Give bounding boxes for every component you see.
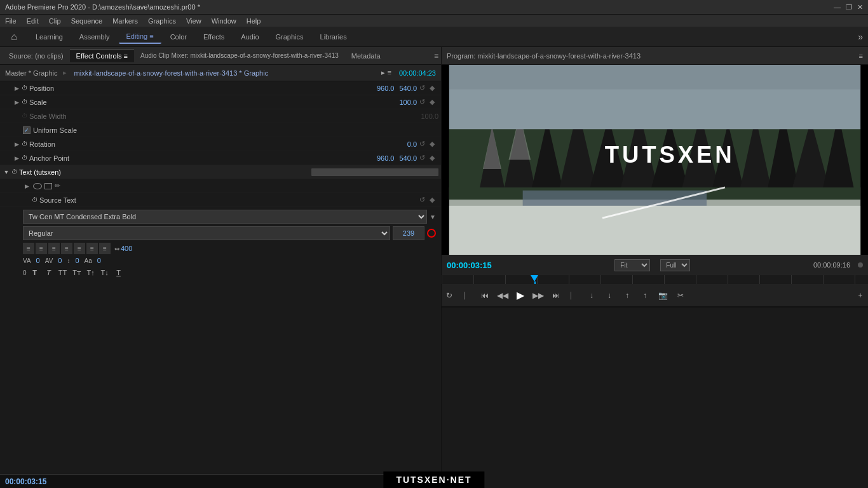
tab-libraries[interactable]: Libraries <box>313 30 355 43</box>
scale-reset[interactable]: ↺ <box>419 98 428 107</box>
align-option6[interactable]: ≡ <box>86 243 98 254</box>
close-button[interactable]: ✕ <box>857 3 863 11</box>
home-button[interactable]: ⌂ <box>5 28 23 46</box>
va-value[interactable]: 0 <box>36 257 40 264</box>
tab-assembly[interactable]: Assembly <box>72 30 118 43</box>
tab-audio-clip-mixer[interactable]: Audio Clip Mixer: mixkit-landscape-of-a-… <box>134 50 345 62</box>
tab-color[interactable]: Color <box>163 30 194 43</box>
anchor-keyframe[interactable]: ◆ <box>430 154 438 163</box>
underline-button[interactable]: T <box>113 267 125 278</box>
trim-monitor-button[interactable]: ✂ <box>673 288 688 303</box>
source-text-keyframe[interactable]: ◆ <box>430 196 438 205</box>
menu-sequence[interactable]: Sequence <box>71 17 103 25</box>
menu-help[interactable]: Help <box>247 17 261 25</box>
workspace-more[interactable]: » <box>858 32 863 42</box>
minimize-button[interactable]: — <box>834 3 841 11</box>
rotation-stopwatch[interactable]: ⏱ <box>22 140 28 147</box>
add-button[interactable]: + <box>853 288 868 303</box>
rotation-keyframe[interactable]: ◆ <box>430 140 438 149</box>
quality-selector[interactable]: Full 1/2 1/4 <box>660 259 690 271</box>
font-selector[interactable]: Tw Cen MT Condensed Extra Bold <box>23 210 427 224</box>
maximize-button[interactable]: ❐ <box>846 3 852 11</box>
scale-toggle[interactable]: ▶ <box>13 98 20 106</box>
scale-value[interactable]: 100.0 <box>391 98 417 106</box>
overwrite-button[interactable]: ↓ <box>602 288 617 303</box>
anchor-toggle[interactable]: ▶ <box>13 154 20 162</box>
play-button[interactable]: ▶ <box>513 288 528 303</box>
baseline-value2[interactable]: 0 <box>23 269 27 276</box>
loop-button[interactable]: ↻ <box>442 288 457 303</box>
baseline-value[interactable]: 0 <box>75 257 79 264</box>
source-text-reset[interactable]: ↺ <box>419 196 428 205</box>
next-frame-button[interactable]: ▶▶ <box>531 288 546 303</box>
tab-editing[interactable]: Editing ≡ <box>119 30 161 44</box>
uniform-scale-checkbox[interactable]: ✓ <box>23 126 31 134</box>
tab-learning[interactable]: Learning <box>28 30 71 43</box>
in-point-button[interactable]: ⎸ <box>459 288 475 303</box>
program-menu-button[interactable]: ≡ <box>859 52 863 60</box>
anchor-y[interactable]: 540.0 <box>399 154 417 162</box>
export-frame-button[interactable]: 📷 <box>655 288 670 303</box>
step-forward-button[interactable]: ⏭ <box>548 288 564 303</box>
tab-metadata[interactable]: Metadata <box>345 50 387 62</box>
ellipse-tool[interactable] <box>33 183 42 189</box>
menu-graphics[interactable]: Graphics <box>148 17 176 25</box>
position-x[interactable]: 960.0 <box>369 85 394 92</box>
tab-source[interactable]: Source: (no clips) <box>3 50 70 62</box>
anchor-reset[interactable]: ↺ <box>419 154 428 163</box>
position-reset[interactable]: ↺ <box>419 84 428 93</box>
tab-graphics[interactable]: Graphics <box>268 30 311 43</box>
prev-frame-button[interactable]: ◀◀ <box>495 288 510 303</box>
italic-button[interactable]: T <box>43 267 55 278</box>
align-justify[interactable]: ≡ <box>61 243 72 254</box>
anchor-x[interactable]: 960.0 <box>369 154 394 162</box>
tracking-value2[interactable]: 0 <box>97 257 101 264</box>
pen-tool[interactable]: ✏ <box>55 182 60 190</box>
anchor-stopwatch[interactable]: ⏱ <box>22 154 28 161</box>
menu-file[interactable]: File <box>5 17 17 25</box>
insert-button[interactable]: ↓ <box>584 288 599 303</box>
scale-stopwatch[interactable]: ⏱ <box>22 98 28 105</box>
font-menu[interactable]: ▼ <box>430 214 436 220</box>
font-size-input[interactable] <box>393 226 424 240</box>
align-option7[interactable]: ≡ <box>99 243 111 254</box>
source-text-stopwatch[interactable]: ⏱ <box>32 196 38 203</box>
align-full-justify[interactable]: ≡ <box>74 243 85 254</box>
align-center[interactable]: ≡ <box>36 243 47 254</box>
tab-effect-controls[interactable]: Effect Controls ≡ <box>70 49 134 62</box>
rect-tool[interactable] <box>44 183 52 189</box>
position-toggle[interactable]: ▶ <box>13 85 20 92</box>
menu-markers[interactable]: Markers <box>112 17 138 25</box>
fit-selector[interactable]: Fit 25% 50% 75% 100% <box>614 259 650 271</box>
scale-keyframe[interactable]: ◆ <box>430 98 438 107</box>
av-value[interactable]: 0 <box>58 257 62 264</box>
ec-menu-button[interactable]: ▸ ≡ <box>381 69 391 77</box>
allcaps-button[interactable]: TT <box>57 267 69 278</box>
step-back-button[interactable]: ⏮ <box>477 288 492 303</box>
menu-edit[interactable]: Edit <box>27 17 39 25</box>
menu-window[interactable]: Window <box>212 17 236 25</box>
text-section-toggle[interactable]: ▼ <box>3 168 10 176</box>
position-y[interactable]: 540.0 <box>399 85 417 92</box>
smallcaps-button[interactable]: Tᴛ <box>71 267 83 278</box>
rotation-value[interactable]: 0.0 <box>391 140 417 148</box>
tab-audio[interactable]: Audio <box>233 30 266 43</box>
rotation-reset[interactable]: ↺ <box>419 140 428 149</box>
tracking-value[interactable]: 400 <box>121 245 132 252</box>
settings-icon[interactable] <box>858 262 863 268</box>
bold-button[interactable]: T <box>29 267 41 278</box>
out-point-button[interactable]: ⎸ <box>566 288 581 303</box>
align-left[interactable]: ≡ <box>23 243 34 254</box>
tab-effects[interactable]: Effects <box>196 30 232 43</box>
lift-button[interactable]: ↑ <box>620 288 635 303</box>
align-right[interactable]: ≡ <box>48 243 60 254</box>
sub-button[interactable]: T↓ <box>99 267 111 278</box>
rotation-toggle[interactable]: ▶ <box>13 140 20 148</box>
menu-clip[interactable]: Clip <box>49 17 61 25</box>
style-selector[interactable]: Regular <box>23 226 390 240</box>
text-tools-toggle[interactable]: ▶ <box>23 182 31 190</box>
menu-view[interactable]: View <box>186 17 201 25</box>
super-button[interactable]: T↑ <box>85 267 97 278</box>
position-stopwatch[interactable]: ⏱ <box>22 85 28 92</box>
extract-button[interactable]: ↑ <box>637 288 653 303</box>
